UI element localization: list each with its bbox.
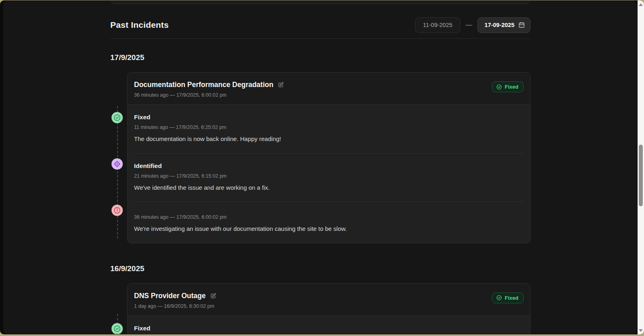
status-badge: Fixed [492,81,524,92]
scroll-up-arrow-icon[interactable] [638,1,644,8]
date-to-value: 17-09-2025 [485,22,514,28]
status-badge-label: Fixed [505,84,518,90]
incident-group: Documentation Performance Degradation [110,72,530,243]
incident-title: DNS Provider Outage [134,292,206,300]
update-message: The documentation is now back online. Ha… [134,134,369,144]
page-title: Past Incidents [110,20,169,30]
past-incidents-header: Past Incidents 11-09-2025 — 17-09-2025 [110,17,530,33]
previous-card-partial [110,1,530,4]
edit-icon[interactable] [210,293,216,299]
section-date-label: 16/9/2025 [110,264,530,273]
target-icon [111,158,123,170]
check-circle-icon [111,323,123,334]
incident-card: Documentation Performance Degradation [127,72,530,243]
incident-updates: Fixed [128,316,530,334]
update-entry: Fixed 11 minutes ago — 17/9/2025, 6:25:0… [134,105,524,153]
status-page: Past Incidents 11-09-2025 — 17-09-2025 [3,1,637,334]
scrollbar-thumb[interactable] [639,145,643,206]
timeline-dashed-line [117,106,118,239]
incident-title: Documentation Performance Degradation [134,81,273,89]
vertical-scrollbar[interactable] [638,0,644,334]
update-entry: 36 minutes ago — 17/9/2025, 6:00:02 pm W… [134,202,524,243]
date-to-input[interactable]: 17-09-2025 [477,17,530,33]
calendar-icon[interactable] [518,22,525,28]
date-from-value: 11-09-2025 [423,22,452,28]
status-badge: Fixed [492,292,524,303]
update-title: Fixed [134,114,524,121]
incident-meta: 36 minutes ago — 17/9/2025, 6:00:02 pm [134,92,524,98]
edit-icon[interactable] [278,82,284,88]
incident-meta: 1 day ago — 16/9/2025, 6:30:02 pm [134,303,524,309]
date-range-picker: 11-09-2025 — 17-09-2025 [415,17,530,33]
incident-card-header: DNS Provider Outage [128,284,530,316]
alert-circle-icon [111,205,123,216]
incident-card: DNS Provider Outage [127,283,530,334]
header-divider [110,38,530,39]
check-circle-icon [111,112,123,123]
incident-card-header: Documentation Performance Degradation [128,73,530,105]
update-meta: 21 minutes ago — 17/9/2025, 6:15:02 pm [134,173,524,179]
update-message: We've identified the issue and are worki… [134,183,369,193]
main-content: Past Incidents 11-09-2025 — 17-09-2025 [110,17,530,334]
date-range-separator: — [466,21,472,29]
update-entry: Identified 21 minutes ago — 17/9/2025, 6… [134,153,524,202]
scroll-down-arrow-icon[interactable] [638,327,644,334]
update-meta: 11 minutes ago — 17/9/2025, 6:25:02 pm [134,124,524,130]
update-title: Identified [134,162,524,170]
update-entry: Fixed [134,316,524,334]
incident-group: DNS Provider Outage [110,283,530,334]
date-from-input[interactable]: 11-09-2025 [415,17,460,33]
section-date-label: 17/9/2025 [110,53,530,62]
update-message: We're investigating an issue with our do… [134,224,369,234]
incident-updates: Fixed 11 minutes ago — 17/9/2025, 6:25:0… [128,105,530,243]
browser-viewport-frame: Past Incidents 11-09-2025 — 17-09-2025 [0,0,644,334]
update-title: Fixed [134,325,524,332]
status-badge-label: Fixed [505,295,518,301]
update-meta: 36 minutes ago — 17/9/2025, 6:00:02 pm [134,214,524,220]
